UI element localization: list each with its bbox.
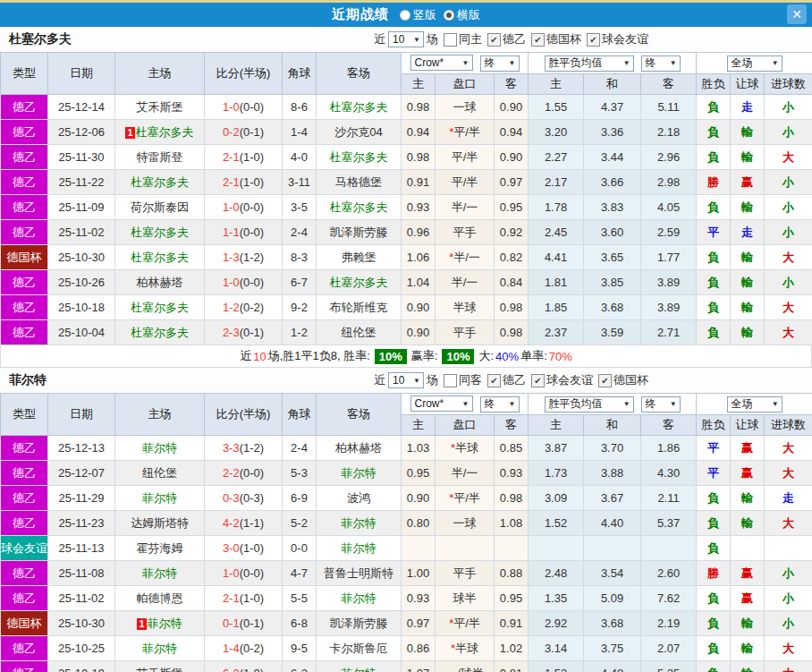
halftime-score: (0-1) — [240, 326, 264, 339]
handicap-cell: 平手 — [436, 561, 495, 586]
filter-label: 同主 — [459, 31, 482, 47]
dropdown-arrow-icon: ▼ — [772, 59, 779, 67]
recent-results-window: 近期战绩 竖版横版 ✕ 杜塞尔多夫 近10▼场同主✔德乙✔德国杯✔球会友谊 类型… — [0, 0, 812, 672]
league-type-cell: 德乙 — [1, 486, 48, 511]
league-type-cell: 德乙 — [1, 120, 48, 145]
odds-home-cell: 0.98 — [402, 95, 436, 120]
odds-away-cell: 0.98 — [495, 295, 529, 320]
team-label: 艾禾斯堡 — [137, 667, 183, 672]
recent-count-select[interactable]: 10▼ — [388, 31, 424, 47]
odds-home-cell: 0.94 — [402, 120, 436, 145]
filter-checkbox-德国杯[interactable]: ✔ — [531, 33, 545, 47]
team-label: 布轮斯维克 — [330, 301, 388, 314]
filter-checkbox-德乙[interactable]: ✔ — [487, 33, 501, 47]
filter-checkbox-同客[interactable] — [444, 374, 457, 387]
halftime-score: (0-0) — [240, 566, 264, 580]
handicap-result-cell: 輸 — [731, 636, 765, 661]
avg-time-select[interactable]: 终▼ — [641, 55, 681, 72]
filter-checkbox-球会友谊[interactable]: ✔ — [587, 33, 600, 47]
scope-select[interactable]: 全场▼ — [727, 55, 782, 72]
winlose-result-cell: 負 — [697, 486, 731, 511]
filter-label: 德乙 — [503, 372, 526, 388]
handicap-cell: 球半 — [436, 586, 495, 611]
filter-checkbox-同主[interactable] — [444, 33, 457, 47]
filter-checkbox-德乙[interactable]: ✔ — [487, 374, 501, 387]
score-cell: 0-2(0-1) — [205, 120, 283, 145]
corner-cell: 3-11 — [283, 170, 317, 195]
odds-time-select[interactable]: 终▼ — [480, 55, 520, 72]
score-cell: 1-4(0-2) — [205, 636, 283, 661]
dropdown-arrow-icon: ▼ — [670, 59, 677, 67]
avg-draw-cell: 3.54 — [584, 561, 641, 586]
summary-text: 赢率: — [411, 348, 438, 364]
away-team-cell: 柏林赫塔 — [317, 436, 402, 461]
column-header-角球: 角球 — [283, 394, 317, 436]
away-team-cell: 杜塞尔多夫 — [317, 270, 402, 295]
score-cell: 2-2(0-0) — [205, 461, 283, 486]
league-type-cell: 德国杯 — [1, 611, 48, 636]
handicap-result-cell: 走 — [731, 220, 765, 245]
fulltime-score: 0-2 — [223, 125, 240, 139]
away-team-cell: 菲尔特 — [317, 461, 402, 486]
league-type-cell: 德乙 — [1, 270, 48, 295]
corner-cell: 2-4 — [283, 436, 317, 461]
subcolumn-header-主: 主 — [529, 74, 584, 95]
corner-cell: 6-9 — [283, 486, 317, 511]
avg-home-cell: 3.09 — [529, 486, 584, 511]
match-row: 德国杯25-10-30杜塞尔多夫1-3(1-2)8-3弗赖堡1.06*半/一0.… — [1, 245, 812, 270]
corner-cell: 6-7 — [283, 270, 317, 295]
goals-result-cell: 大 — [765, 436, 812, 461]
fulltime-score: 3-0 — [223, 541, 240, 555]
layout-radio-horizontal[interactable] — [444, 10, 454, 21]
winlose-result-cell: 勝 — [697, 170, 731, 195]
avg-home-cell: 1.35 — [529, 586, 584, 611]
avg-odds-select-value: 胜平负均值 — [549, 55, 603, 71]
winlose-result-cell: 負 — [697, 320, 731, 345]
avg-odds-select[interactable]: 胜平负均值▼ — [545, 55, 634, 72]
avg-odds-select[interactable]: 胜平负均值▼ — [545, 396, 634, 413]
odds-company-select[interactable]: Crow*▼ — [410, 396, 473, 412]
avg-draw-cell: 3.59 — [584, 320, 641, 345]
avg-away-cell: 5.37 — [641, 511, 697, 536]
score-cell: 1-0(0-0) — [205, 95, 283, 120]
odds-away-cell: 0.94 — [495, 120, 529, 145]
result-group-header: 全场▼ — [697, 394, 812, 415]
team-label: 达姆斯塔特 — [131, 516, 189, 530]
match-row: 德乙25-12-14艾禾斯堡1-0(0-0)8-6杜塞尔多夫0.98一球0.90… — [1, 95, 812, 120]
handicap-result-cell: 赢 — [731, 586, 765, 611]
avg-draw-cell: 3.66 — [584, 170, 641, 195]
handicap-cell: *半球 — [436, 636, 495, 661]
corner-cell: 3-5 — [283, 195, 317, 220]
avg-away-cell: 1.86 — [641, 436, 697, 461]
home-team-cell: 纽伦堡 — [115, 461, 205, 486]
scope-select[interactable]: 全场▼ — [727, 396, 782, 413]
filter-checkbox-德国杯[interactable]: ✔ — [598, 374, 612, 387]
handicap-cell: 平手 — [436, 320, 495, 345]
avg-time-select[interactable]: 终▼ — [641, 396, 681, 413]
fulltime-score: 2-2 — [223, 466, 240, 480]
summary-text: 70% — [549, 350, 572, 363]
scope-select-value: 全场 — [732, 55, 753, 71]
close-button[interactable]: ✕ — [787, 4, 807, 24]
team1-results-table: 类型日期主场比分(半场)角球客场Crow*▼终▼胜平负均值▼终▼全场▼主盘口客主… — [0, 52, 812, 345]
filter-checkbox-球会友谊[interactable]: ✔ — [531, 374, 545, 387]
avg-away-cell: 2.11 — [641, 486, 697, 511]
match-row: 德乙25-12-13菲尔特3-3(1-2)2-4柏林赫塔1.03*半球0.853… — [1, 436, 812, 461]
match-date-cell: 25-12-13 — [48, 436, 115, 461]
corner-cell: 1-4 — [283, 120, 317, 145]
column-header-类型: 类型 — [1, 394, 48, 436]
recent-count-select[interactable]: 10▼ — [388, 372, 424, 388]
layout-radio-vertical[interactable] — [400, 10, 410, 21]
avg-draw-cell: 3.75 — [584, 636, 641, 661]
handicap-cell: 平手 — [436, 220, 495, 245]
avg-home-cell — [529, 536, 584, 561]
layout-radio-group: 竖版横版 — [393, 7, 480, 23]
column-header-比分(半场): 比分(半场) — [205, 53, 283, 95]
avg-odds-select-value: 胜平负均值 — [549, 396, 603, 412]
odds-company-select[interactable]: Crow*▼ — [410, 55, 473, 71]
column-header-客场: 客场 — [317, 394, 402, 436]
odds-time-select[interactable]: 终▼ — [480, 396, 520, 413]
avg-draw-cell: 4.48 — [584, 661, 641, 672]
dropdown-arrow-icon: ▼ — [772, 400, 779, 408]
winlose-result-cell: 負 — [697, 195, 731, 220]
